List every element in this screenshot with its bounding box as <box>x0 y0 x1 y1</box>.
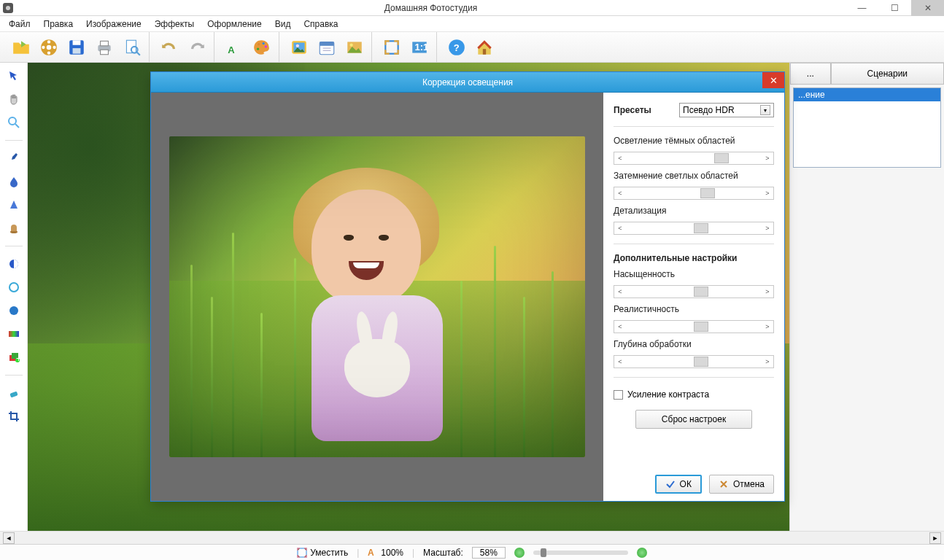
app-icon <box>0 3 16 13</box>
svg-point-3 <box>47 44 52 50</box>
lighting-correction-dialog: Коррекция освещения ✕ <box>150 71 785 502</box>
actual-size-label[interactable]: A 100% <box>368 548 403 558</box>
dialog-preview <box>151 93 603 501</box>
zoom-in-icon[interactable] <box>637 548 647 558</box>
scroll-right-icon[interactable]: ► <box>929 532 941 544</box>
menu-help[interactable]: Справка <box>298 18 344 31</box>
minimize-button[interactable]: — <box>846 0 878 16</box>
history-list[interactable]: ...ение <box>793 88 941 168</box>
print-icon[interactable] <box>92 35 117 60</box>
window-title: Домашняя Фотостудия <box>16 3 846 13</box>
enhance-contrast-checkbox[interactable]: Усиление контраста <box>614 389 774 400</box>
hand-tool-icon[interactable] <box>5 90 23 108</box>
slider-realism[interactable]: <> <box>614 320 774 333</box>
slider5-label: Реалистичность <box>614 304 774 314</box>
svg-point-18 <box>258 43 260 45</box>
svg-point-7 <box>53 45 55 48</box>
dialog-close-button[interactable]: ✕ <box>762 72 784 88</box>
svg-text:1:1: 1:1 <box>415 42 429 52</box>
scroll-left-icon[interactable]: ◄ <box>3 532 15 544</box>
menu-decoration[interactable]: Оформление <box>201 18 267 31</box>
menu-image[interactable]: Изображение <box>80 18 147 31</box>
close-button[interactable]: ✕ <box>911 0 944 16</box>
open-folder-icon[interactable] <box>9 35 34 60</box>
zoom-slider[interactable] <box>533 551 628 555</box>
maximize-button[interactable]: ☐ <box>878 0 911 16</box>
search-file-icon[interactable] <box>120 35 144 60</box>
eyedropper-icon[interactable] <box>5 149 23 167</box>
pointer-tool-icon[interactable] <box>5 67 23 85</box>
eraser-icon[interactable] <box>5 384 23 402</box>
slider3-label: Детализация <box>614 206 774 216</box>
slider-highlight-darken[interactable]: <> <box>614 187 774 200</box>
history-item[interactable]: ...ение <box>794 88 940 101</box>
svg-point-6 <box>42 45 45 48</box>
menu-edit[interactable]: Правка <box>38 18 80 31</box>
extra-settings-label: Дополнительные настройки <box>614 253 774 263</box>
palette-icon[interactable] <box>249 35 274 60</box>
chevron-down-icon: ▾ <box>760 105 770 115</box>
actual-size-icon[interactable]: 1:1 <box>407 35 432 60</box>
dialog-controls: Пресеты Псевдо HDR ▾ Осветление тёмных о… <box>603 93 784 501</box>
save-icon[interactable] <box>64 35 89 60</box>
zoom-out-icon[interactable] <box>514 548 525 558</box>
drop-icon[interactable] <box>5 173 23 190</box>
circle-fill-icon[interactable] <box>5 302 23 319</box>
right-panel: ... Сценарии ...ение <box>789 63 944 531</box>
svg-rect-26 <box>320 42 334 45</box>
svg-line-16 <box>137 52 140 55</box>
svg-point-21 <box>265 45 267 47</box>
undo-icon[interactable] <box>157 35 182 60</box>
scale-label: Масштаб: <box>423 548 463 558</box>
svg-point-19 <box>263 42 265 44</box>
svg-point-5 <box>47 51 50 54</box>
help-icon[interactable]: ? <box>444 35 469 60</box>
gradient-icon[interactable] <box>5 325 23 343</box>
home-icon[interactable] <box>472 35 497 60</box>
postcard-icon[interactable] <box>342 35 367 60</box>
slider-detail[interactable]: <> <box>614 222 774 235</box>
check-icon <box>665 479 676 489</box>
svg-text:A: A <box>368 548 374 558</box>
crop-icon[interactable] <box>5 408 23 425</box>
menu-view[interactable]: Вид <box>269 18 297 31</box>
svg-point-1 <box>6 6 10 10</box>
tab-scenarios[interactable]: Сценарии <box>831 63 944 85</box>
reset-button[interactable]: Сброс настроек <box>635 410 752 429</box>
tab-left[interactable]: ... <box>790 63 831 85</box>
slider6-label: Глубина обработки <box>614 339 774 349</box>
presets-label: Пресеты <box>614 105 651 115</box>
redo-icon[interactable] <box>185 35 209 60</box>
fit-icon[interactable]: Уместить <box>297 548 348 558</box>
zoom-tool-icon[interactable] <box>5 114 23 131</box>
slider-saturation[interactable]: <> <box>614 285 774 298</box>
slider-depth[interactable]: <> <box>614 355 774 368</box>
layers-add-icon[interactable]: + <box>5 349 23 366</box>
contrast-icon[interactable] <box>5 255 23 273</box>
svg-line-38 <box>15 124 19 128</box>
cone-blue-icon[interactable] <box>5 196 23 214</box>
svg-point-4 <box>47 40 50 43</box>
film-reel-icon[interactable] <box>36 35 61 60</box>
menu-effects[interactable]: Эффекты <box>149 18 201 31</box>
picture-icon[interactable] <box>287 35 312 60</box>
cone-brown-icon[interactable] <box>5 219 23 237</box>
ok-button[interactable]: ОК <box>655 475 702 494</box>
svg-rect-36 <box>483 49 486 55</box>
circle-outline-icon[interactable] <box>5 279 23 296</box>
svg-text:A: A <box>228 44 235 55</box>
svg-point-37 <box>9 117 16 125</box>
svg-text:+: + <box>16 354 20 363</box>
fit-screen-icon[interactable] <box>379 35 404 60</box>
svg-rect-9 <box>73 40 81 45</box>
dialog-titlebar[interactable]: Коррекция освещения ✕ <box>151 72 784 93</box>
svg-point-41 <box>9 283 18 292</box>
slider-shadow-lighten[interactable]: <> <box>614 152 774 165</box>
text-icon[interactable]: A <box>222 35 247 60</box>
calendar-icon[interactable] <box>314 35 339 60</box>
cancel-button[interactable]: Отмена <box>709 475 774 494</box>
menu-file[interactable]: Файл <box>3 18 36 31</box>
scale-value[interactable]: 58% <box>472 547 506 559</box>
presets-select[interactable]: Псевдо HDR ▾ <box>679 103 774 117</box>
canvas-hscrollbar[interactable]: ◄ ► <box>0 531 944 544</box>
